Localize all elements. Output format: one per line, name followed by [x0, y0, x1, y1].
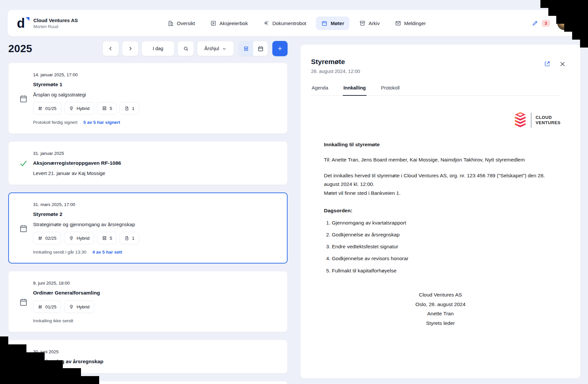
view-mode-dropdown[interactable]: Årshjul — [197, 41, 234, 56]
event-title: Godkjenning av årsregnskap — [33, 359, 278, 365]
list-view-toggle[interactable] — [239, 41, 253, 56]
add-event-button[interactable] — [272, 41, 288, 56]
company-name: Cloud Ventures AS — [33, 17, 78, 23]
plus-icon — [277, 46, 283, 52]
today-button[interactable]: I dag — [141, 41, 175, 56]
signatures-pending-button[interactable]: 3 — [532, 20, 550, 27]
next-button[interactable] — [122, 41, 138, 56]
open-external-button[interactable] — [544, 60, 551, 67]
event-date: 31. januar 2025 — [33, 151, 278, 156]
webcam-icon — [69, 235, 74, 241]
building-icon — [168, 20, 174, 26]
nav-label: Dokumentrobot — [272, 20, 306, 26]
event-date: 14. januar 2025, 17:00 — [33, 72, 278, 77]
nav-item-dokumentrobot[interactable]: Dokumentrobot — [258, 17, 312, 30]
event-title: Styremøte 2 — [33, 211, 278, 217]
top-navigation: d Cloud Ventures AS Morten Ruud Oversikt… — [8, 10, 580, 36]
event-date: 9. juni 2025, 18:00 — [33, 281, 278, 286]
meeting-number-badge: 01/25 — [33, 300, 61, 313]
badge-label: Hybrid — [77, 304, 90, 309]
agenda-item: Godkjennelse av årsregnskap — [332, 231, 557, 238]
nav-label: Oversikt — [177, 20, 195, 26]
badge-label: 01/25 — [45, 304, 57, 309]
event-status: Innkalling sendt i går 13:30 — [33, 250, 86, 255]
chevron-right-icon — [128, 46, 133, 51]
event-title: Ordinær Generalforsamling — [33, 290, 278, 296]
nav-item-aksjeeierbok[interactable]: Aksjeeierbok — [205, 17, 253, 30]
meeting-format-badge: Hybrid — [64, 300, 94, 313]
prev-button[interactable] — [102, 41, 119, 56]
calendar-icon — [19, 94, 28, 103]
nav-label: Aksjeeierbok — [219, 20, 248, 26]
webcam-icon — [69, 304, 74, 309]
nav-item-arkiv[interactable]: Arkiv — [354, 17, 385, 30]
badge-label: 5 — [110, 236, 112, 241]
badge-label: Hybrid — [77, 236, 90, 241]
event-card-godkjenning[interactable]: 30. juni 2025 Godkjenning av årsregnskap — [8, 340, 288, 373]
document-preview: CLOUD VENTURES Innkalling til styremøte … — [300, 96, 580, 328]
event-card-styremote-3[interactable]: 25. juni 2025, 12:00 Styremøte 3 Halvårs… — [8, 381, 288, 384]
event-description: Strategimøte og gjennomgang av årsregnsk… — [33, 222, 278, 227]
tab-agenda[interactable]: Agenda — [311, 85, 329, 95]
nav-item-moter[interactable]: Møter — [316, 17, 349, 30]
signature-name: Anette Tran — [324, 309, 557, 319]
event-date: 31. mars 2025, 17:00 — [33, 202, 278, 207]
bell-icon — [19, 353, 28, 361]
calendar-icon — [321, 20, 328, 26]
hash-icon — [38, 304, 43, 309]
agenda-item: Fullmakt til kapitalforhøyelse — [332, 267, 557, 274]
rows-icon — [102, 106, 107, 111]
meeting-number-badge: 01/25 — [33, 102, 61, 115]
meeting-detail-panel: Styremøte 28. august 2024, 12:00 Agenda … — [300, 45, 580, 378]
signature-company: Cloud Ventures AS — [324, 290, 557, 300]
attendees-badge: 5 — [97, 232, 117, 244]
calendar-view-toggle[interactable] — [253, 41, 268, 56]
event-card-styremote-2[interactable]: 31. mars 2025, 17:00 Styremøte 2 Strateg… — [8, 192, 288, 263]
event-card-generalforsamling[interactable]: 9. juni 2025, 18:00 Ordinær Generalforsa… — [8, 271, 288, 332]
event-description: Årsplan og salgsstrategi — [33, 92, 278, 97]
agenda-heading: Dagsorden: — [324, 208, 557, 214]
documents-badge: 1 — [120, 102, 139, 115]
search-button[interactable] — [177, 41, 194, 56]
close-button[interactable] — [559, 61, 566, 67]
logo-text-line2: VENTURES — [535, 120, 561, 125]
agenda-item: Gjennomgang av kvartalsrapport — [332, 219, 557, 227]
badge-label: 1 — [132, 106, 135, 111]
document-body-line2: Møtet vil finne sted i Bankveien 1. — [324, 190, 401, 196]
event-title: Styremøte 1 — [33, 82, 278, 87]
event-status: Protokoll ferdig signert — [33, 120, 77, 125]
document-body-line1: Det innkalles herved til styremøte i Clo… — [324, 173, 545, 187]
badge-label: 01/25 — [45, 106, 57, 111]
agenda-item: Godkjennelse av revisors honorar — [332, 255, 557, 262]
current-user-name: Morten Ruud — [33, 24, 78, 29]
calendar-column: 2025 I dag Årshjul — [8, 40, 288, 384]
hash-icon — [38, 106, 43, 111]
document-body: Det innkalles herved til styremøte i Clo… — [324, 171, 557, 198]
logo-divider — [531, 113, 531, 128]
search-icon — [183, 46, 189, 52]
event-card-aksjonaerregister[interactable]: 31. januar 2025 Aksjonærregisteroppgaven… — [8, 141, 288, 185]
event-status: Innkalling ikke sendt — [33, 318, 73, 323]
calendar-icon — [19, 297, 28, 307]
event-card-styremote-1[interactable]: 14. januar 2025, 17:00 Styremøte 1 Årspl… — [8, 63, 288, 134]
seen-status-link[interactable]: 4 av 5 har sett — [92, 250, 122, 255]
documents-badge: 1 — [120, 232, 139, 244]
ledger-icon — [210, 20, 216, 26]
signature-role: Styrets leder — [324, 319, 557, 328]
tab-innkalling[interactable]: Innkalling — [343, 85, 367, 96]
calendar-view-icon — [257, 46, 264, 52]
signature-place-date: Oslo, 28. august 2024 — [324, 300, 557, 309]
event-title: Aksjonærregisteroppgaven RF-1086 — [33, 160, 278, 166]
attendees-badge: 5 — [97, 102, 117, 115]
tab-protokoll[interactable]: Protokoll — [380, 85, 400, 95]
nav-label: Meldinger — [404, 20, 426, 26]
nav-item-oversikt[interactable]: Oversikt — [162, 17, 200, 30]
signatures-status-link[interactable]: 5 av 5 har signert — [83, 120, 120, 125]
avatar[interactable] — [557, 16, 571, 30]
agenda-item: Endre vedtektsfestet signatur — [332, 243, 557, 250]
stacked-layers-icon — [514, 112, 527, 128]
nav-item-meldinger[interactable]: Meldinger — [390, 17, 431, 30]
view-toggle — [238, 41, 268, 56]
document-recipients: Til: Anette Tran, Jens Board member, Kai… — [324, 156, 557, 164]
list-view-icon — [243, 46, 249, 52]
